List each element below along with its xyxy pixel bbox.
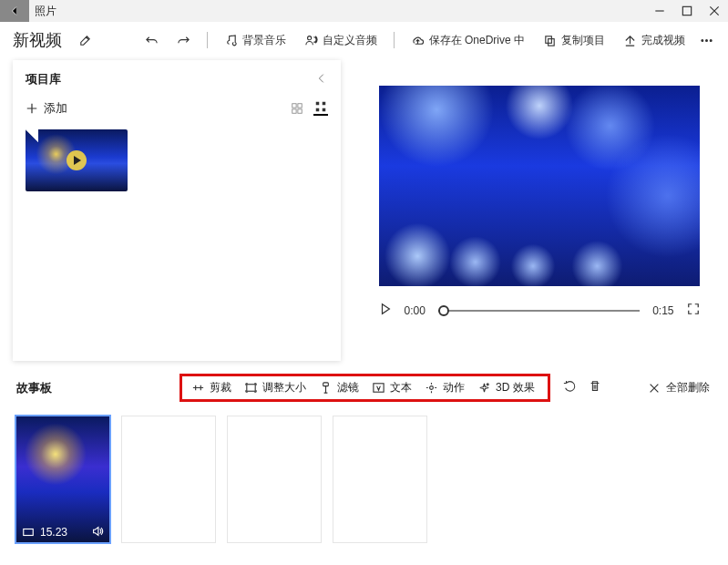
video-preview[interactable]: [379, 86, 700, 286]
library-collapse-button[interactable]: [315, 72, 328, 87]
more-button[interactable]: [698, 27, 715, 53]
copy-project-button[interactable]: 复制项目: [538, 27, 610, 53]
motion-icon: [425, 381, 438, 395]
title-bar: 照片: [0, 0, 728, 22]
filter-icon: [319, 381, 333, 395]
add-media-button[interactable]: 添加: [26, 100, 67, 117]
trim-icon: [191, 381, 205, 395]
chevron-left-icon: [315, 72, 328, 85]
resize-button[interactable]: 调整大小: [244, 380, 306, 396]
rotate-button[interactable]: [563, 380, 576, 396]
speaker-icon: [91, 525, 104, 538]
storyboard-toolbar-highlight: 剪裁 调整大小 滤镜 文本 动作 3D 效果: [179, 374, 550, 402]
svg-point-4: [702, 39, 703, 41]
preview-frame: [379, 86, 700, 286]
grid-large-icon: [314, 100, 327, 113]
storyboard-section: 故事板 剪裁 调整大小 滤镜 文本 动作 3D 效果 全部删除 15.23: [0, 361, 728, 542]
rename-button[interactable]: [73, 27, 97, 53]
rotate-icon: [563, 380, 576, 393]
plus-icon: [26, 102, 38, 115]
project-title: 新视频: [13, 29, 62, 51]
save-onedrive-button[interactable]: 保存在 OneDrive 中: [405, 27, 530, 53]
card-icon: [22, 526, 35, 539]
undo-button[interactable]: [139, 27, 164, 53]
bg-music-label: 背景音乐: [242, 33, 286, 48]
svg-point-18: [430, 386, 434, 390]
trash-icon: [589, 380, 601, 393]
play-icon: [379, 303, 392, 315]
music-icon: [224, 34, 238, 47]
svg-rect-10: [298, 109, 302, 113]
custom-audio-label: 自定义音频: [323, 33, 377, 48]
fullscreen-icon: [687, 303, 700, 315]
toolbar: 新视频 背景音乐 自定义音频 保存在 OneDrive 中 复制项目 完成视频: [0, 22, 728, 58]
export-icon: [623, 34, 637, 47]
app-name: 照片: [35, 4, 56, 19]
clips-row: 15.23: [16, 416, 710, 542]
grid-view-button[interactable]: [290, 101, 304, 116]
undo-icon: [145, 34, 159, 47]
svg-point-19: [487, 384, 488, 385]
delete-clip-button[interactable]: [589, 380, 601, 396]
clip-volume-icon[interactable]: [91, 525, 104, 540]
svg-point-1: [307, 36, 311, 39]
seek-bar[interactable]: [438, 304, 640, 317]
storyboard-title: 故事板: [16, 380, 52, 396]
bg-music-button[interactable]: 背景音乐: [219, 27, 292, 53]
svg-rect-0: [682, 6, 691, 15]
x-icon: [648, 382, 661, 395]
storyboard-empty-slot[interactable]: [228, 416, 321, 542]
fullscreen-button[interactable]: [687, 303, 700, 318]
motion-button[interactable]: 动作: [425, 380, 465, 396]
text-icon: [372, 381, 385, 395]
delete-all-label: 全部删除: [666, 380, 710, 396]
svg-rect-14: [323, 108, 326, 112]
svg-rect-9: [292, 109, 296, 113]
play-overlay-icon: [67, 150, 87, 170]
svg-point-6: [710, 39, 712, 41]
svg-rect-20: [24, 529, 34, 536]
add-label: 添加: [44, 100, 67, 117]
back-button[interactable]: [0, 0, 29, 22]
person-audio-icon: [304, 34, 318, 47]
filter-button[interactable]: 滤镜: [319, 380, 359, 396]
library-title: 项目库: [26, 71, 61, 87]
3d-effects-button[interactable]: 3D 效果: [477, 380, 535, 396]
grid-large-view-button[interactable]: [313, 101, 328, 116]
grid-small-icon: [291, 102, 303, 115]
copy-icon: [543, 34, 557, 47]
seek-thumb[interactable]: [438, 305, 449, 316]
svg-rect-13: [316, 108, 320, 112]
window-controls: [646, 0, 728, 22]
close-button[interactable]: [701, 0, 728, 22]
library-media-item[interactable]: [26, 129, 128, 191]
delete-all-button[interactable]: 全部删除: [648, 380, 710, 396]
pencil-icon: [78, 34, 92, 47]
play-button[interactable]: [379, 303, 392, 318]
svg-point-5: [706, 39, 708, 41]
total-time: 0:15: [652, 304, 673, 317]
cloud-upload-icon: [411, 34, 425, 47]
custom-audio-button[interactable]: 自定义音频: [299, 27, 383, 53]
player-controls: 0:00 0:15: [379, 303, 700, 318]
current-time: 0:00: [405, 304, 426, 317]
view-toggle: [290, 101, 328, 116]
svg-rect-12: [323, 102, 326, 106]
sparkle-icon: [477, 381, 491, 395]
text-button[interactable]: 文本: [372, 380, 412, 396]
storyboard-empty-slot[interactable]: [122, 416, 215, 542]
save-onedrive-label: 保存在 OneDrive 中: [429, 33, 525, 48]
redo-button[interactable]: [171, 27, 196, 53]
svg-rect-15: [247, 385, 255, 392]
storyboard-clip[interactable]: 15.23: [16, 416, 109, 542]
finish-video-label: 完成视频: [641, 33, 685, 48]
project-library-panel: 项目库 添加: [13, 60, 341, 361]
trim-button[interactable]: 剪裁: [191, 380, 231, 396]
preview-panel: 0:00 0:15: [341, 58, 728, 361]
maximize-button[interactable]: [673, 0, 701, 22]
minimize-button[interactable]: [646, 0, 673, 22]
storyboard-empty-slot[interactable]: [333, 416, 426, 542]
svg-rect-16: [323, 383, 329, 386]
clip-duration: 15.23: [40, 526, 67, 539]
finish-video-button[interactable]: 完成视频: [618, 27, 691, 53]
